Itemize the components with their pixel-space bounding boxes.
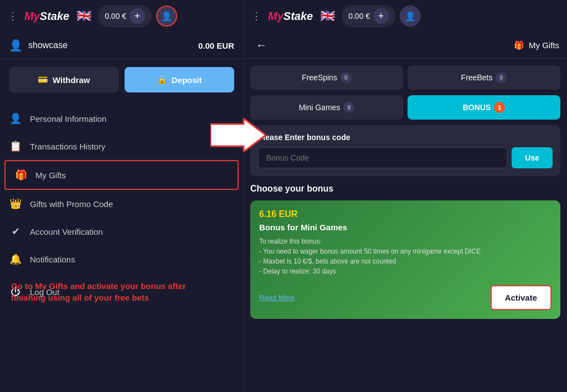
transactions-history-label: Transactions History (30, 142, 105, 151)
left-logo: MyStake (24, 10, 69, 23)
notifications-label: Notifications (30, 255, 75, 264)
activate-button[interactable]: Activate (491, 285, 551, 310)
withdraw-label: Withdraw (53, 75, 90, 85)
right-panel: ⋮ MyStake 🇬🇧 0.00 € + 👤 ← 🎁 My Gifts Fre… (244, 0, 567, 392)
bonus-code-section: Please Enter bonus code Use (250, 125, 560, 176)
tab-freespins[interactable]: FreeSpins 0 (250, 65, 403, 90)
user-avatar-small-icon: 👤 (9, 39, 23, 52)
my-gifts-subheader: ← 🎁 My Gifts (244, 32, 567, 59)
right-logo: MyStake (268, 10, 313, 23)
personal-information-label: Personal Information (30, 114, 106, 123)
action-buttons-area: 💳 Withdraw 🔒 Deposit (0, 59, 243, 100)
bonus-footer: Read More Activate (259, 285, 551, 310)
my-gifts-icon: 🎁 (14, 169, 28, 181)
username-area: 👤 showcase (9, 39, 68, 52)
freespins-label: FreeSpins (302, 73, 337, 82)
left-panel: ⋮ MyStake 🇬🇧 0.00 € + 👤 👤 showcase 0.00 … (0, 0, 244, 392)
bonus-card-description: To realize this bonus: - You need to wag… (259, 236, 551, 276)
tabs-row: FreeSpins 0 FreeBets 0 (250, 65, 560, 90)
bonus-desc-line-1: - You need to wager bonus amount 50 time… (259, 246, 551, 256)
sidebar-item-account-verification[interactable]: ✔ Account Verification (0, 218, 243, 245)
bonus-badge: 1 (494, 102, 505, 113)
withdraw-icon: 💳 (38, 75, 48, 85)
deposit-button[interactable]: 🔒 Deposit (125, 67, 235, 92)
bonus-desc-line-3: - Delay to realize: 30 days (259, 266, 551, 276)
personal-information-icon: 👤 (9, 112, 22, 125)
account-verification-icon: ✔ (9, 225, 22, 238)
user-balance-eur: 0.00 EUR (198, 41, 234, 50)
account-verification-label: Account Verification (30, 227, 103, 236)
bonus-desc-line-2: - Maxbet is 10 €/$, bets above are not c… (259, 256, 551, 266)
freespins-badge: 0 (341, 72, 352, 83)
notifications-icon: 🔔 (9, 253, 22, 265)
right-user-icon: 👤 (405, 11, 416, 22)
my-gifts-header-title: My Gifts (529, 40, 559, 50)
minigames-badge: 0 (343, 102, 354, 113)
left-add-balance-button[interactable]: + (130, 8, 145, 24)
left-balance-display: 0.00 € + (98, 5, 152, 27)
sidebar-item-gifts-promo[interactable]: 👑 Gifts with Promo Code (0, 190, 243, 218)
tab-minigames[interactable]: Mini Games 0 (250, 95, 403, 120)
left-user-icon: 👤 (161, 11, 172, 22)
left-user-avatar-button[interactable]: 👤 (156, 6, 177, 27)
my-gifts-header-icon: 🎁 (514, 40, 524, 50)
right-add-balance-button[interactable]: + (373, 8, 389, 24)
tab-freebets[interactable]: FreeBets 0 (408, 65, 560, 90)
right-balance-display: 0.00 € + (342, 5, 395, 27)
bonus-label: BONUS (463, 103, 491, 112)
left-menu-dots-icon[interactable]: ⋮ (6, 8, 20, 24)
sidebar-item-my-gifts[interactable]: 🎁 My Gifts (4, 160, 239, 190)
minigames-label: Mini Games (299, 103, 341, 112)
transactions-history-icon: 📋 (9, 140, 22, 152)
tabs-row-2: Mini Games 0 BONUS 1 (250, 95, 560, 120)
left-header: ⋮ MyStake 🇬🇧 0.00 € + 👤 (0, 0, 243, 32)
back-button[interactable]: ← (251, 37, 271, 54)
bonus-desc-title: To realize this bonus: (259, 236, 551, 246)
deposit-label: Deposit (172, 75, 202, 85)
right-logo-stake: Stake (284, 10, 313, 22)
tab-bonus[interactable]: BONUS 1 (408, 95, 560, 120)
sidebar-item-notifications[interactable]: 🔔 Notifications (0, 245, 243, 273)
bonus-code-label: Please Enter bonus code (258, 133, 553, 142)
bonus-input-row: Use (258, 147, 553, 168)
bonus-code-input[interactable] (258, 147, 507, 168)
bonus-amount: 6.16 EUR (259, 209, 551, 219)
right-content-area: FreeSpins 0 FreeBets 0 Mini Games 0 BONU… (244, 59, 567, 392)
right-menu-dots-icon[interactable]: ⋮ (249, 8, 264, 24)
arrow-icon (210, 118, 266, 152)
annotation-text: Go to My Gifts and activate your bonus a… (11, 280, 205, 303)
freebets-badge: 0 (496, 72, 507, 83)
right-balance-value: 0.00 € (348, 12, 370, 20)
choose-bonus-title: Choose your bonus (250, 184, 560, 194)
bonus-card: 6.16 EUR Bonus for Mini Games To realize… (250, 200, 560, 319)
sidebar-item-personal-information[interactable]: 👤 Personal Information (0, 105, 243, 132)
user-info-bar: 👤 showcase 0.00 EUR (0, 32, 243, 59)
my-gifts-title-area: 🎁 My Gifts (514, 40, 559, 50)
logo-my: My (24, 10, 40, 22)
right-flag-button[interactable]: 🇬🇧 (317, 6, 337, 26)
right-logo-my: My (268, 10, 284, 22)
withdraw-button[interactable]: 💳 Withdraw (9, 67, 119, 92)
logo-stake: Stake (40, 10, 69, 22)
bonus-card-title: Bonus for Mini Games (259, 223, 551, 232)
read-more-link[interactable]: Read More (259, 293, 295, 302)
left-balance-value: 0.00 € (105, 12, 126, 20)
username-label: showcase (28, 40, 68, 50)
gifts-promo-label: Gifts with Promo Code (30, 199, 113, 209)
freebets-label: FreeBets (461, 73, 493, 82)
use-button[interactable]: Use (512, 147, 553, 168)
right-user-avatar-button[interactable]: 👤 (400, 6, 421, 27)
nav-menu: 👤 Personal Information 📋 Transactions Hi… (0, 100, 243, 310)
sidebar-item-transactions-history[interactable]: 📋 Transactions History (0, 132, 243, 160)
deposit-icon: 🔒 (157, 75, 167, 85)
left-flag-button[interactable]: 🇬🇧 (74, 6, 94, 26)
right-header: ⋮ MyStake 🇬🇧 0.00 € + 👤 (244, 0, 567, 32)
svg-marker-0 (210, 118, 266, 152)
gifts-promo-icon: 👑 (9, 198, 22, 210)
my-gifts-label: My Gifts (35, 171, 66, 180)
